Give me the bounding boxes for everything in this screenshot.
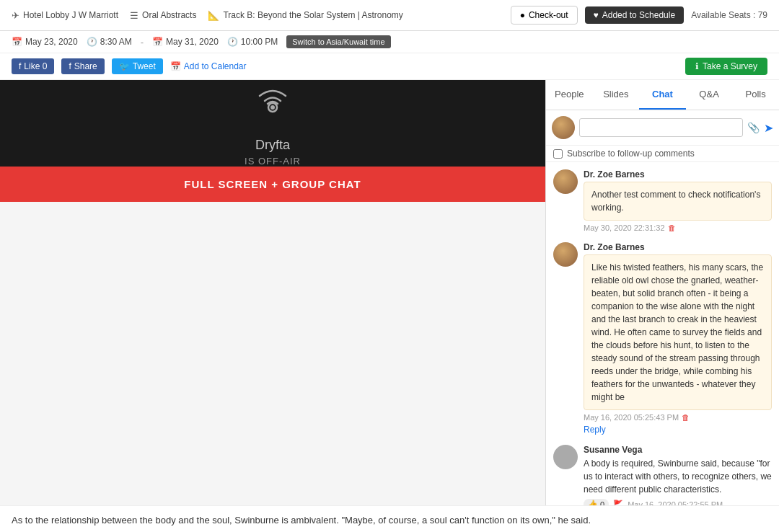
reaction-count[interactable]: 👍 0 [584, 499, 609, 505]
clock-start-icon: 🕐 [87, 37, 97, 47]
tab-polls[interactable]: Polls [732, 80, 779, 110]
clock-end-icon: 🕐 [227, 37, 238, 47]
message-time: May 16, 2020 05:25:43 PM 🗑 [584, 413, 772, 422]
message-author: Dr. Zoe Barnes [584, 169, 772, 179]
checkout-button[interactable]: ● Check-out [511, 6, 578, 25]
video-panel: Dryfta IS OFF-AIR [0, 80, 545, 167]
message-time-inline: May 16, 2020 05:22:55 PM [628, 500, 723, 506]
circle-icon: ● [520, 10, 525, 20]
location-icon: ✈ [12, 10, 19, 21]
take-survey-button[interactable]: ℹ Take a Survey [685, 58, 767, 75]
chat-messages: Dr. Zoe Barnes Another test comment to c… [546, 162, 779, 505]
message-time: May 30, 2020 22:31:32 🗑 [584, 223, 772, 232]
venue-label: Hotel Lobby J W Marriott [23, 10, 118, 20]
tab-qa[interactable]: Q&A [686, 80, 733, 110]
subscribe-label: Subscribe to follow-up comments [567, 148, 695, 159]
top-bar: ✈ Hotel Lobby J W Marriott ☰ Oral Abstra… [0, 0, 779, 31]
chat-message: Dr. Zoe Barnes Another test comment to c… [553, 169, 772, 232]
seats-count: Available Seats : 79 [691, 10, 767, 20]
broadcast-rings-icon [244, 80, 302, 130]
message-body: Dr. Zoe Barnes Another test comment to c… [584, 169, 772, 232]
time-start: 🕐 8:30 AM [87, 37, 132, 47]
calendar-end-icon: 📅 [152, 37, 163, 47]
reply-link[interactable]: Reply [584, 425, 772, 435]
delete-icon[interactable]: 🗑 [682, 413, 690, 422]
add-to-calendar-button[interactable]: 📅 Add to Calendar [170, 61, 247, 71]
bottom-text: As to the relationship between the body … [0, 505, 779, 532]
top-bar-left: ✈ Hotel Lobby J W Marriott ☰ Oral Abstra… [12, 10, 499, 21]
stream-status: IS OFF-AIR [245, 156, 301, 167]
thumbs-icon: 👍 [588, 500, 598, 505]
message-avatar [553, 169, 578, 194]
subscribe-row: Subscribe to follow-up comments [546, 146, 779, 162]
chat-input[interactable] [579, 118, 743, 137]
survey-icon: ℹ [695, 61, 699, 71]
venue-item: ✈ Hotel Lobby J W Marriott [12, 10, 118, 21]
top-bar-right: ● Check-out ♥ Added to Schedule Availabl… [511, 6, 767, 25]
track-label: Track B: Beyond the Solar System | Astro… [223, 10, 402, 20]
timezone-button[interactable]: Switch to Asia/Kuwait time [286, 35, 390, 48]
twitter-icon: 🐦 [119, 61, 130, 71]
message-body: Susanne Vega A body is required, Swinbur… [584, 445, 772, 505]
message-bubble: Another test comment to check notificati… [584, 182, 772, 221]
calendar-start-icon: 📅 [12, 37, 22, 47]
tab-chat[interactable]: Chat [639, 80, 686, 110]
stream-name: Dryfta [255, 138, 290, 153]
chat-message: Dr. Zoe Barnes Like his twisted feathers… [553, 242, 772, 435]
message-bubble: Like his twisted feathers, his many scar… [584, 254, 772, 410]
date-end: 📅 May 31, 2020 [152, 37, 219, 47]
facebook-like-button[interactable]: f Like 0 [12, 58, 54, 74]
track-icon: 📐 [208, 10, 219, 21]
reaction-row: 👍 0 🚩 May 16, 2020 05:22:55 PM [584, 499, 772, 505]
message-text: A body is required, Swinburne said, beca… [584, 457, 772, 496]
social-bar: f Like 0 f Share 🐦 Tweet 📅 Add to Calend… [0, 53, 779, 80]
main-layout: Dryfta IS OFF-AIR FULL SCREEN + GROUP CH… [0, 80, 779, 505]
bottom-paragraph: As to the relationship between the body … [12, 515, 591, 526]
chat-message: Susanne Vega A body is required, Swinbur… [553, 445, 772, 505]
send-icon[interactable]: ➤ [764, 121, 773, 135]
chat-input-area: 📎 ➤ [546, 110, 779, 146]
flag-icon[interactable]: 🚩 [613, 500, 623, 505]
track-item: 📐 Track B: Beyond the Solar System | Ast… [208, 10, 402, 21]
menu-icon: ☰ [130, 10, 138, 21]
attachment-icon[interactable]: 📎 [747, 122, 760, 133]
twitter-tweet-button[interactable]: 🐦 Tweet [112, 58, 163, 74]
svg-point-1 [270, 105, 275, 110]
message-body: Dr. Zoe Barnes Like his twisted feathers… [584, 242, 772, 435]
sessions-item: ☰ Oral Abstracts [130, 10, 196, 21]
message-avatar-placeholder [553, 445, 578, 469]
fullscreen-group-chat-button[interactable]: FULL SCREEN + GROUP CHAT [0, 167, 545, 202]
delete-icon[interactable]: 🗑 [668, 223, 676, 232]
fb-share-icon: f [69, 61, 71, 71]
chat-panel: People Slides Chat Q&A Polls 📎 ➤ Subscri… [545, 80, 779, 505]
fb-icon: f [19, 61, 21, 71]
video-section: Dryfta IS OFF-AIR FULL SCREEN + GROUP CH… [0, 80, 545, 505]
message-author: Dr. Zoe Barnes [584, 242, 772, 252]
subscribe-checkbox[interactable] [553, 149, 563, 159]
heart-icon: ♥ [594, 10, 599, 20]
facebook-share-button[interactable]: f Share [61, 58, 104, 74]
date-start: 📅 May 23, 2020 [12, 37, 78, 47]
time-end: 🕐 10:00 PM [227, 37, 278, 47]
tab-people[interactable]: People [546, 80, 593, 110]
chat-tabs: People Slides Chat Q&A Polls [546, 80, 779, 110]
user-avatar [552, 116, 575, 139]
message-author: Susanne Vega [584, 445, 772, 455]
tab-slides[interactable]: Slides [593, 80, 640, 110]
date-bar: 📅 May 23, 2020 🕐 8:30 AM - 📅 May 31, 202… [0, 31, 779, 53]
calendar-icon: 📅 [170, 61, 181, 71]
added-to-schedule-button[interactable]: ♥ Added to Schedule [585, 6, 685, 24]
sessions-label: Oral Abstracts [142, 10, 196, 20]
message-avatar [553, 242, 578, 267]
